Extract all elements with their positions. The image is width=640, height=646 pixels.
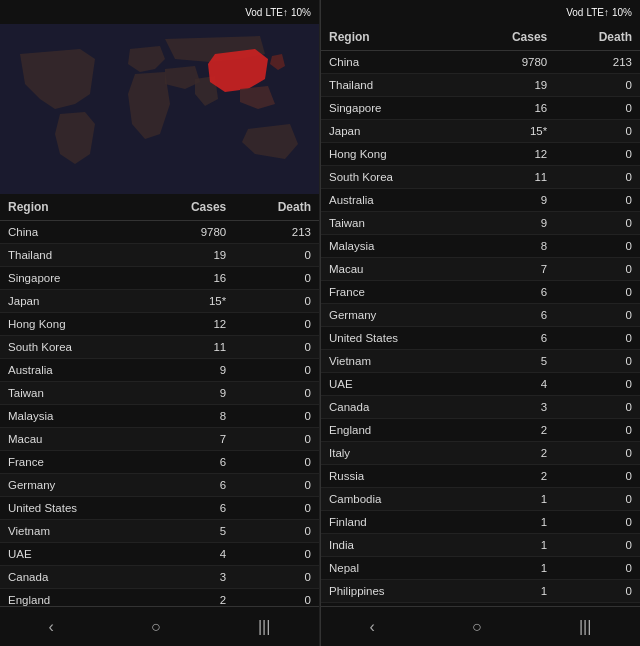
death-cell: 213: [234, 221, 319, 244]
death-cell: 0: [555, 235, 640, 258]
table-row: Malaysia 8 0: [321, 235, 640, 258]
cases-cell: 2: [467, 465, 555, 488]
region-cell: Russia: [321, 465, 467, 488]
death-cell: 0: [234, 589, 319, 607]
death-cell: 0: [555, 580, 640, 603]
table-row: Russia 2 0: [321, 465, 640, 488]
region-cell: Cambodia: [321, 488, 467, 511]
region-cell: Thailand: [321, 74, 467, 97]
region-cell: France: [321, 281, 467, 304]
region-cell: Malaysia: [0, 405, 146, 428]
table-row: Australia 9 0: [321, 189, 640, 212]
table-row: Thailand 19 0: [0, 244, 319, 267]
cases-cell: 2: [467, 442, 555, 465]
death-cell: 0: [555, 74, 640, 97]
table-row: United States 6 0: [321, 327, 640, 350]
death-cell: 0: [555, 419, 640, 442]
death-cell: 0: [234, 405, 319, 428]
death-cell: 0: [555, 281, 640, 304]
right-header-death: Death: [555, 24, 640, 51]
table-row: Thailand 19 0: [321, 74, 640, 97]
table-row: Germany 6 0: [0, 474, 319, 497]
right-table-section[interactable]: Region Cases Death China 9780 213 Thaila…: [321, 24, 640, 606]
cases-cell: 11: [467, 166, 555, 189]
cases-cell: 7: [146, 428, 234, 451]
table-row: India 1 0: [321, 534, 640, 557]
cases-cell: 1: [467, 580, 555, 603]
death-cell: 0: [555, 488, 640, 511]
death-cell: 0: [234, 382, 319, 405]
cases-cell: 19: [467, 74, 555, 97]
death-cell: 0: [234, 428, 319, 451]
table-row: Nepal 1 0: [321, 557, 640, 580]
death-cell: 213: [555, 51, 640, 74]
table-row: South Korea 11 0: [0, 336, 319, 359]
table-row: England 2 0: [0, 589, 319, 607]
right-back-button[interactable]: ‹: [370, 618, 375, 636]
right-home-button[interactable]: ○: [472, 618, 482, 636]
right-battery-icon: 10%: [612, 7, 632, 18]
left-table-section[interactable]: Region Cases Death China 9780 213 Thaila…: [0, 194, 319, 606]
region-cell: Germany: [0, 474, 146, 497]
table-row: Vietnam 5 0: [0, 520, 319, 543]
death-cell: 0: [234, 359, 319, 382]
left-panel: Vod LTE↑ 10%: [0, 0, 320, 646]
cases-cell: 9: [146, 382, 234, 405]
table-row: Malaysia 8 0: [0, 405, 319, 428]
wifi-icon: LTE↑: [265, 7, 288, 18]
region-cell: France: [0, 451, 146, 474]
death-cell: 0: [555, 97, 640, 120]
death-cell: 0: [555, 557, 640, 580]
cases-cell: 1: [467, 488, 555, 511]
cases-cell: 9780: [146, 221, 234, 244]
table-row: Japan 15* 0: [0, 290, 319, 313]
left-menu-button[interactable]: |||: [258, 618, 270, 636]
table-row: France 6 0: [0, 451, 319, 474]
table-row: China 9780 213: [0, 221, 319, 244]
death-cell: 0: [555, 511, 640, 534]
death-cell: 0: [234, 290, 319, 313]
cases-cell: 16: [467, 97, 555, 120]
region-cell: Taiwan: [321, 212, 467, 235]
region-cell: Canada: [0, 566, 146, 589]
cases-cell: 1: [467, 557, 555, 580]
region-cell: Germany: [321, 304, 467, 327]
cases-cell: 1: [467, 511, 555, 534]
left-home-button[interactable]: ○: [151, 618, 161, 636]
cases-cell: 9: [467, 212, 555, 235]
death-cell: 0: [234, 497, 319, 520]
right-menu-button[interactable]: |||: [579, 618, 591, 636]
right-status-icons: Vod LTE↑ 10%: [566, 7, 632, 18]
death-cell: 0: [555, 212, 640, 235]
table-row: Hong Kong 12 0: [321, 143, 640, 166]
death-cell: 0: [234, 543, 319, 566]
cases-cell: 9: [467, 189, 555, 212]
table-row: Macau 7 0: [0, 428, 319, 451]
left-back-button[interactable]: ‹: [49, 618, 54, 636]
right-header-region: Region: [321, 24, 467, 51]
table-row: Taiwan 9 0: [321, 212, 640, 235]
death-cell: 0: [555, 534, 640, 557]
right-panel: Vod LTE↑ 10% Region Cases Death China 97…: [320, 0, 640, 646]
right-wifi-icon: LTE↑: [586, 7, 609, 18]
table-row: Taiwan 9 0: [0, 382, 319, 405]
table-row: Japan 15* 0: [321, 120, 640, 143]
right-status-bar: Vod LTE↑ 10%: [321, 0, 640, 24]
region-cell: Canada: [321, 396, 467, 419]
cases-cell: 12: [146, 313, 234, 336]
region-cell: Singapore: [0, 267, 146, 290]
table-row: China 9780 213: [321, 51, 640, 74]
cases-cell: 6: [467, 281, 555, 304]
region-cell: UAE: [321, 373, 467, 396]
cases-cell: 16: [146, 267, 234, 290]
region-cell: Macau: [321, 258, 467, 281]
table-row: Hong Kong 12 0: [0, 313, 319, 336]
region-cell: Vietnam: [0, 520, 146, 543]
region-cell: Macau: [0, 428, 146, 451]
left-nav-bar: ‹ ○ |||: [0, 606, 319, 646]
world-map: [0, 24, 320, 194]
cases-cell: 12: [467, 143, 555, 166]
cases-cell: 8: [467, 235, 555, 258]
cases-cell: 2: [467, 419, 555, 442]
table-row: Canada 3 0: [0, 566, 319, 589]
